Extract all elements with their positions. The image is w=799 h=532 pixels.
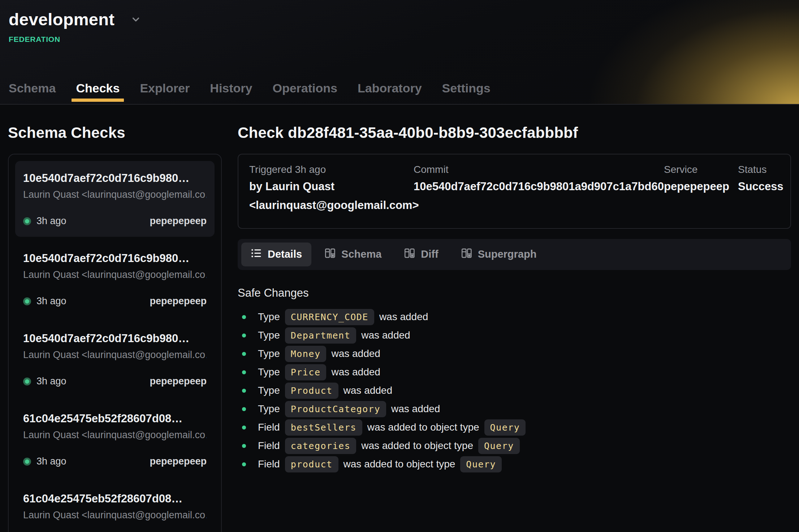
code-chip: Query <box>478 438 520 454</box>
change-item: TypeDepartmentwas added <box>238 327 791 344</box>
page: development FEDERATION SchemaChecksExplo… <box>0 0 799 532</box>
chevron-down-icon[interactable] <box>130 14 141 25</box>
triggered-by: by Laurin Quast <box>249 179 414 194</box>
code-chip: bestSellers <box>285 419 362 436</box>
check-list-item[interactable]: 61c04e25475eb52f28607d08…Laurin Quast <l… <box>15 481 215 532</box>
code-chip: Price <box>285 364 327 380</box>
view-tab-label: Details <box>268 248 302 260</box>
commit-label: Commit <box>414 164 664 175</box>
bullet-dot-icon <box>242 389 246 393</box>
schema-checks-heading: Schema Checks <box>8 124 222 141</box>
commit-hash: 10e540d7aef72c0d716c9b9801a9d907c1a7bd60 <box>414 179 664 194</box>
check-detail-panel: Check db28f481-35aa-40b0-b8b9-303ecfabbb… <box>238 105 791 532</box>
tab-explorer[interactable]: Explorer <box>134 81 195 105</box>
tab-settings[interactable]: Settings <box>436 81 496 105</box>
view-tab-schema[interactable]: Schema <box>315 243 391 266</box>
code-chip: Query <box>460 456 502 472</box>
check-item-meta: 3h agopepepepeep <box>23 296 207 307</box>
bullet-dot-icon <box>242 370 246 374</box>
code-chip: Query <box>484 419 526 436</box>
check-view-tabs: DetailsSchemaDiffSupergraph <box>238 239 791 270</box>
check-author: Laurin Quast <laurinquast@googlemail.co… <box>23 510 207 521</box>
check-list-item[interactable]: 10e540d7aef72c0d716c9b980…Laurin Quast <… <box>15 241 215 317</box>
project-header: development FEDERATION SchemaChecksExplo… <box>0 0 799 105</box>
view-tab-supergraph[interactable]: Supergraph <box>452 243 546 266</box>
tab-laboratory[interactable]: Laboratory <box>352 81 428 105</box>
change-kind: Type <box>258 403 280 415</box>
service-label: Service <box>664 164 738 175</box>
code-chip: categories <box>285 438 357 454</box>
view-tab-details[interactable]: Details <box>241 243 311 266</box>
view-tab-label: Supergraph <box>478 248 537 260</box>
view-tab-diff[interactable]: Diff <box>394 243 448 266</box>
change-item: TypeMoneywas added <box>238 346 791 362</box>
check-service: pepepepeep <box>150 215 207 227</box>
bullet-dot-icon <box>242 407 246 411</box>
check-author: Laurin Quast <laurinquast@googlemail.co… <box>23 429 207 441</box>
main-content: Schema Checks 10e540d7aef72c0d716c9b980…… <box>0 105 799 532</box>
check-id: 10e540d7aef72c0d716c9b980… <box>23 252 207 265</box>
check-list-item[interactable]: 61c04e25475eb52f28607d08…Laurin Quast <l… <box>15 401 215 477</box>
check-author: Laurin Quast <laurinquast@googlemail.co… <box>23 189 207 200</box>
checks-list: 10e540d7aef72c0d716c9b980…Laurin Quast <… <box>8 154 222 532</box>
change-kind: Field <box>258 422 280 433</box>
check-item-meta: 3h agopepepepeep <box>23 456 207 467</box>
triggered-label: Triggered 3h ago <box>249 164 414 175</box>
change-kind: Type <box>258 366 280 378</box>
change-kind: Field <box>258 440 280 452</box>
code-chip: product <box>285 456 338 472</box>
check-list-item[interactable]: 10e540d7aef72c0d716c9b980…Laurin Quast <… <box>15 161 215 237</box>
code-chip: ProductCategory <box>285 401 386 417</box>
check-item-meta: 3h agopepepepeep <box>23 376 207 387</box>
check-id: 10e540d7aef72c0d716c9b980… <box>23 172 207 185</box>
changes-list: TypeCURRENCY_CODEwas addedTypeDepartment… <box>238 309 791 472</box>
check-time: 3h ago <box>36 456 66 467</box>
change-text: was added <box>344 385 392 396</box>
tab-schema[interactable]: Schema <box>3 81 61 105</box>
view-tab-label: Diff <box>421 248 438 260</box>
change-item: TypeProductwas added <box>238 383 791 399</box>
change-text: was added to object type <box>344 458 455 470</box>
change-text: was added to object type <box>361 440 473 452</box>
check-list-item[interactable]: 10e540d7aef72c0d716c9b980…Laurin Quast <… <box>15 321 215 397</box>
check-id: 10e540d7aef72c0d716c9b980… <box>23 332 207 345</box>
tab-checks[interactable]: Checks <box>70 81 125 105</box>
columns-icon <box>404 248 415 261</box>
bullet-dot-icon <box>242 462 246 466</box>
change-kind: Type <box>258 311 280 323</box>
columns-icon <box>461 248 472 261</box>
check-meta-box: Triggered 3h ago by Laurin Quast <laurin… <box>238 154 791 229</box>
change-item: Fieldproductwas added to object typeQuer… <box>238 456 791 472</box>
meta-service-column: Service pepepepeep <box>664 164 738 213</box>
change-item: Fieldcategorieswas added to object typeQ… <box>238 438 791 454</box>
view-tab-label: Schema <box>341 248 381 260</box>
check-author: Laurin Quast <laurinquast@googlemail.co… <box>23 349 207 361</box>
main-nav-tabs: SchemaChecksExplorerHistoryOperationsLab… <box>3 81 505 105</box>
bullet-dot-icon <box>242 315 246 319</box>
code-chip: Department <box>285 327 357 344</box>
bullet-dot-icon <box>242 352 246 356</box>
meta-commit-column: Commit 10e540d7aef72c0d716c9b9801a9d907c… <box>414 164 664 213</box>
check-service: pepepepeep <box>150 376 207 387</box>
check-item-meta: 3h agopepepepeep <box>23 215 207 227</box>
meta-status-column: Status Success <box>738 164 779 213</box>
status-dot-icon <box>23 458 31 466</box>
tab-operations[interactable]: Operations <box>267 81 343 105</box>
change-kind: Field <box>258 458 280 470</box>
check-service: pepepepeep <box>150 296 207 307</box>
status-dot-icon <box>23 297 31 305</box>
change-item: TypePricewas added <box>238 364 791 380</box>
columns-icon <box>324 248 336 261</box>
change-text: was added <box>391 403 440 415</box>
change-text: was added <box>331 366 380 378</box>
check-time: 3h ago <box>36 296 66 307</box>
check-time: 3h ago <box>36 215 66 227</box>
safe-changes-heading: Safe Changes <box>238 287 791 300</box>
tab-history[interactable]: History <box>204 81 258 105</box>
project-title: development <box>9 9 115 29</box>
code-chip: CURRENCY_CODE <box>285 309 374 325</box>
check-id: 61c04e25475eb52f28607d08… <box>23 492 207 505</box>
change-text: was added to object type <box>367 422 479 433</box>
bullet-dot-icon <box>242 333 246 337</box>
change-kind: Type <box>258 385 280 396</box>
